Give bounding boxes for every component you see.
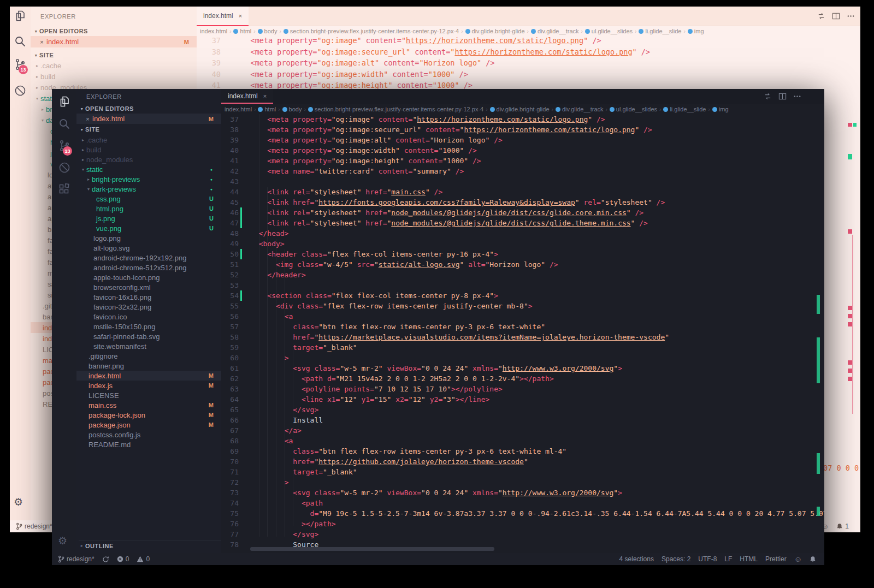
breadcrumb-item[interactable]: index.html [225, 106, 252, 112]
tree-item-css-png[interactable]: css.pngU [76, 194, 221, 204]
search-icon[interactable] [14, 35, 27, 48]
close-icon[interactable]: × [38, 39, 45, 45]
source-control-icon[interactable]: 13 [58, 139, 71, 152]
status-item-utf-8[interactable]: UTF-8 [694, 553, 721, 565]
explorer-icon[interactable] [14, 10, 27, 23]
tree-item-package-json[interactable]: package.jsonM [76, 420, 221, 430]
gutter-change-marker [239, 384, 244, 394]
more-actions-icon[interactable] [847, 12, 855, 20]
breadcrumb-item[interactable]: html [258, 106, 276, 112]
tree-item--cache[interactable]: ▸.cache [76, 135, 221, 145]
breadcrumb-item[interactable]: div.glide__track [556, 106, 604, 112]
tree-item-html-png[interactable]: html.pngU [76, 204, 221, 213]
breadcrumb-item[interactable]: index.html [200, 28, 227, 34]
feedback-smiley-icon[interactable]: ☺ [790, 553, 806, 565]
tree-item-site-webmanifest[interactable]: site.webmanifest [76, 341, 221, 351]
toggle-changes-icon[interactable] [764, 92, 772, 100]
search-icon[interactable] [58, 117, 71, 130]
tree-item--cache[interactable]: ▸.cache [31, 60, 197, 71]
tree-item-dark-previews[interactable]: ▾dark-previews● [76, 184, 221, 194]
tree-item-apple-touch-icon-png[interactable]: apple-touch-icon.png [76, 272, 221, 282]
open-editors-header[interactable]: ▾ OPEN EDITORS [79, 104, 221, 113]
tree-item-vue-png[interactable]: vue.pngU [76, 223, 221, 233]
git-branch-indicator[interactable]: redesign* [54, 553, 98, 565]
tree-item-favicon-32x32-png[interactable]: favicon-32x32.png [76, 302, 221, 312]
extensions-icon[interactable] [58, 183, 71, 196]
tree-item-postcss-config-js[interactable]: postcss.config.js [76, 430, 221, 439]
tree-item-index-js[interactable]: index.jsM [76, 381, 221, 390]
tree-item-node-modules[interactable]: ▸node_modules [76, 155, 221, 164]
breadcrumb-item[interactable]: body [282, 106, 302, 112]
notifications-bell[interactable] [806, 553, 820, 565]
tab-close-icon[interactable]: × [263, 93, 267, 99]
tab-index-html[interactable]: index.html × [197, 7, 249, 26]
site-section-header[interactable]: ▾ SITE [33, 50, 197, 60]
breadcrumb-item[interactable]: body [258, 28, 277, 34]
settings-gear-icon[interactable]: ⚙ [58, 534, 71, 548]
tree-item-build[interactable]: ▸build [76, 145, 221, 155]
source-control-icon[interactable]: 13 [14, 58, 27, 71]
git-branch-indicator[interactable]: redesign* [12, 520, 56, 532]
outline-section-header[interactable]: ▸ OUTLINE [79, 541, 221, 550]
breadcrumb-item[interactable]: img [712, 106, 729, 112]
site-section-header[interactable]: ▾ SITE [79, 125, 221, 134]
tree-item-mstile-150x150-png[interactable]: mstile-150x150.png [76, 322, 221, 331]
breadcrumb-item[interactable]: section.bright-preview.flex.justify-cent… [308, 106, 483, 112]
tree-item-bright-previews[interactable]: ▸bright-previews● [76, 174, 221, 184]
toggle-changes-icon[interactable] [817, 12, 825, 20]
code-text: <svg class="w-5 mr-2" viewBox="0 0 24 24… [244, 488, 622, 498]
explorer-icon[interactable] [58, 96, 71, 109]
sync-icon[interactable] [98, 553, 113, 565]
errors-indicator[interactable]: 0 [113, 553, 133, 565]
split-editor-icon[interactable] [778, 92, 787, 100]
breadcrumb-item[interactable]: div.glide__track [531, 28, 579, 34]
breadcrumb-item[interactable]: ul.glide__slides [585, 28, 633, 34]
tree-item-logo-png[interactable]: logo.png [76, 233, 221, 243]
tree-item-license[interactable]: LICENSE [76, 390, 221, 400]
status-item-prettier[interactable]: Prettier [761, 553, 790, 565]
breadcrumb-item[interactable]: li.glide__slide [639, 28, 681, 34]
breadcrumb-item[interactable]: div.glide.bright-glide [490, 106, 550, 112]
status-item-html[interactable]: HTML [736, 553, 761, 565]
breadcrumb-item[interactable]: div.glide.bright-glide [465, 28, 525, 34]
tab-index-html[interactable]: index.html × [221, 89, 273, 104]
tree-item-main-css[interactable]: main.cssM [76, 400, 221, 410]
split-editor-icon[interactable] [832, 12, 840, 20]
tree-item-package-lock-json[interactable]: package-lock.jsonM [76, 410, 221, 420]
breadcrumb-item[interactable]: li.glide__slide [663, 106, 706, 112]
tree-item-static[interactable]: ▾static● [76, 164, 221, 174]
close-icon[interactable]: × [84, 116, 91, 122]
tree-item-js-png[interactable]: js.pngU [76, 213, 221, 223]
tree-item-safari-pinned-tab-svg[interactable]: safari-pinned-tab.svg [76, 331, 221, 341]
tree-item-alt-logo-svg[interactable]: alt-logo.svg [76, 243, 221, 253]
tree-item-favicon-ico[interactable]: favicon.ico [76, 312, 221, 322]
tree-item-favicon-16x16-png[interactable]: favicon-16x16.png [76, 292, 221, 302]
horizontal-scrollbar[interactable] [250, 547, 494, 551]
notifications-bell[interactable]: 1 [832, 520, 853, 532]
status-item-lf[interactable]: LF [721, 553, 736, 565]
breadcrumb-item[interactable]: ul.glide__slides [610, 106, 657, 112]
settings-gear-icon[interactable]: ⚙ [14, 496, 27, 509]
status-item-4-selections[interactable]: 4 selections [616, 553, 658, 565]
debug-icon[interactable] [58, 161, 71, 174]
open-editors-header[interactable]: ▾ OPEN EDITORS [33, 26, 197, 36]
code-editor[interactable]: 37 <meta property="og:image" content="ht… [221, 114, 824, 553]
tree-item-browserconfig-xml[interactable]: browserconfig.xml [76, 282, 221, 292]
tree-item-banner-png[interactable]: banner.png [76, 361, 221, 371]
tree-item-index-html[interactable]: index.htmlM [76, 371, 221, 381]
tab-close-icon[interactable]: × [239, 13, 242, 19]
tree-item-readme-md[interactable]: README.md [76, 439, 221, 449]
warnings-indicator[interactable]: 0 [133, 553, 153, 565]
breadcrumb-item[interactable]: html [233, 28, 251, 34]
open-editor-item[interactable]: × index.html M [76, 114, 221, 124]
more-actions-icon[interactable] [793, 92, 801, 100]
tree-item-build[interactable]: ▸build [31, 71, 197, 82]
debug-icon[interactable] [14, 84, 27, 97]
status-item-spaces-2[interactable]: Spaces: 2 [658, 553, 694, 565]
tree-item--gitignore[interactable]: .gitignore [76, 351, 221, 361]
breadcrumb-item[interactable]: section.bright-preview.flex.justify-cent… [284, 28, 459, 34]
open-editor-item[interactable]: × index.html M [31, 36, 197, 47]
tree-item-android-chrome-512x512-png[interactable]: android-chrome-512x512.png [76, 263, 221, 272]
breadcrumb-item[interactable]: img [688, 28, 704, 34]
tree-item-android-chrome-192x192-png[interactable]: android-chrome-192x192.png [76, 253, 221, 263]
